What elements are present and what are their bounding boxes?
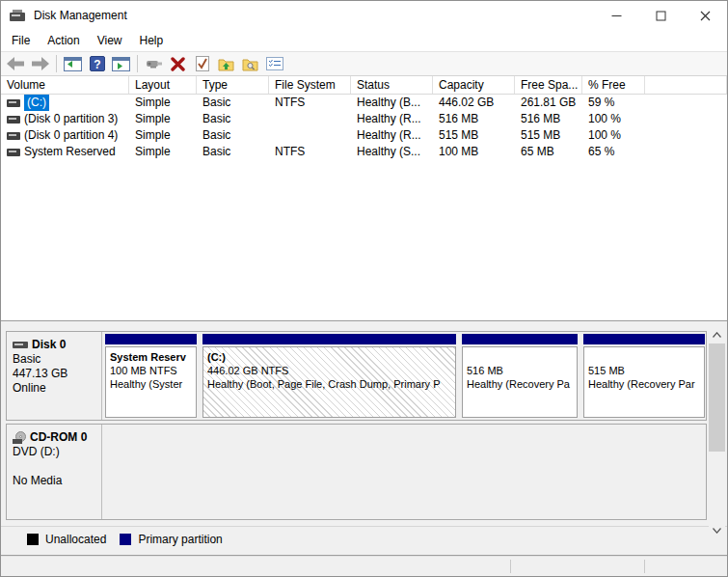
cell-type: Basic [197, 95, 269, 111]
partition-status: Healthy (Boot, Page File, Crash Dump, Pr… [207, 377, 451, 391]
toolbar-separator [137, 55, 138, 72]
scrollbar-thumb[interactable] [709, 343, 725, 452]
close-button[interactable] [683, 1, 727, 30]
cell-pct-free: 100 % [582, 111, 645, 127]
column-header-volume[interactable]: Volume [1, 76, 129, 94]
cell-file-system [269, 111, 351, 127]
cell-type: Basic [197, 144, 269, 160]
disk0-size: 447.13 GB [13, 367, 97, 381]
help-icon[interactable]: ? [86, 53, 108, 74]
cdrom-row: CD-ROM 0 DVD (D:) No Media [6, 424, 707, 520]
toolbar: ? [1, 51, 727, 76]
cell-layout: Simple [129, 127, 197, 144]
volume-name: (Disk 0 partition 4) [24, 127, 118, 144]
cell-layout: Simple [129, 144, 197, 160]
menu-bar: File Action View Help [1, 30, 727, 51]
disk0-partitions: System Reserv 100 MB NTFS Healthy (Syste… [102, 332, 706, 420]
cell-type: Basic [197, 127, 269, 144]
cell-status: Healthy (R... [351, 127, 433, 144]
minimize-button[interactable] [594, 1, 638, 30]
maximize-button[interactable] [638, 1, 683, 30]
svg-text:?: ? [94, 58, 100, 71]
show-action-pane-icon[interactable] [110, 53, 132, 74]
vertical-scrollbar[interactable] [709, 327, 725, 537]
volume-name: (Disk 0 partition 3) [24, 111, 118, 127]
partition-size: 446.02 GB NTFS [207, 364, 451, 377]
menu-help[interactable]: Help [131, 32, 173, 49]
cdrom-label-panel[interactable]: CD-ROM 0 DVD (D:) No Media [7, 425, 102, 519]
column-header-free-space[interactable]: Free Spa... [515, 76, 582, 94]
cdrom-drive-letter: DVD (D:) [13, 445, 97, 459]
partition-name: (C:) [207, 350, 451, 364]
volume-row-partition3[interactable]: (Disk 0 partition 3) Simple Basic Health… [1, 111, 727, 127]
legend-label: Primary partition [138, 533, 222, 546]
primary-partition-swatch [120, 534, 131, 545]
cell-free-space: 515 MB [515, 127, 582, 144]
partition-system-reserved[interactable]: System Reserv 100 MB NTFS Healthy (Syste… [105, 334, 197, 418]
disk-management-window: Disk Management File Action View Help [0, 0, 728, 577]
cell-pct-free: 100 % [582, 127, 645, 144]
cell-free-space: 65 MB [515, 144, 582, 160]
scroll-down-icon[interactable] [709, 523, 725, 537]
volume-icon [7, 148, 20, 157]
menu-action[interactable]: Action [39, 32, 88, 49]
column-header-type[interactable]: Type [197, 76, 269, 94]
column-header-empty [645, 76, 727, 94]
console-window-icon[interactable] [143, 53, 165, 74]
disk0-label-panel[interactable]: Disk 0 Basic 447.13 GB Online [7, 332, 102, 420]
disk0-name: Disk 0 [32, 338, 66, 352]
partition-size: 516 MB [467, 364, 573, 377]
legend-primary-partition: Primary partition [120, 533, 222, 546]
column-header-status[interactable]: Status [351, 76, 433, 94]
cell-free-space: 516 MB [515, 111, 582, 127]
legend-unallocated: Unallocated [27, 533, 106, 546]
partition-recovery-515[interactable]: 515 MB Healthy (Recovery Par [583, 334, 705, 418]
cell-file-system [269, 127, 351, 144]
volume-row-partition4[interactable]: (Disk 0 partition 4) Simple Basic Health… [1, 127, 727, 144]
partition-status: Healthy (Recovery Pa [467, 377, 573, 391]
cell-pct-free: 59 % [582, 95, 645, 111]
show-console-tree-icon[interactable] [62, 53, 84, 74]
properties-check-icon[interactable] [191, 53, 213, 74]
volume-list: Volume Layout Type File System Status Ca… [1, 76, 727, 320]
menu-view[interactable]: View [89, 32, 131, 49]
partition-c-selected[interactable]: (C:) 446.02 GB NTFS Healthy (Boot, Page … [202, 334, 456, 418]
cell-file-system: NTFS [269, 95, 351, 111]
cdrom-icon [13, 431, 27, 444]
column-header-capacity[interactable]: Capacity [433, 76, 515, 94]
cell-capacity: 446.02 GB [433, 95, 515, 111]
partition-recovery-516[interactable]: 516 MB Healthy (Recovery Pa [462, 334, 578, 418]
primary-partition-strip [462, 334, 578, 344]
partition-name [467, 350, 573, 364]
delete-volume-icon[interactable] [167, 53, 189, 74]
column-header-pct-free[interactable]: % Free [582, 76, 645, 94]
cell-layout: Simple [129, 95, 197, 111]
folder-explore-icon[interactable] [239, 53, 261, 74]
cell-layout: Simple [129, 111, 197, 127]
partition-name [588, 350, 700, 364]
volume-icon [7, 131, 20, 141]
disk-icon [13, 341, 29, 349]
primary-partition-strip [583, 334, 705, 344]
cell-status: Healthy (R... [351, 111, 433, 127]
disk-management-app-icon [10, 10, 26, 22]
column-header-file-system[interactable]: File System [269, 76, 351, 94]
partition-status: Healthy (Syster [110, 377, 192, 391]
folder-up-icon[interactable] [215, 53, 237, 74]
volume-row-c[interactable]: (C:) Simple Basic NTFS Healthy (B... 446… [1, 95, 727, 111]
partition-status: Healthy (Recovery Par [588, 377, 700, 391]
scroll-up-icon[interactable] [709, 327, 725, 342]
toolbar-separator [56, 55, 57, 72]
cell-capacity: 516 MB [433, 111, 515, 127]
cell-capacity: 515 MB [433, 127, 515, 144]
graphical-view-pane: Disk 0 Basic 447.13 GB Online System Res… [1, 324, 727, 556]
unallocated-swatch [27, 534, 39, 545]
volume-name: System Reserved [24, 144, 116, 160]
forward-icon[interactable] [29, 53, 51, 74]
details-list-icon[interactable] [263, 53, 285, 74]
back-icon[interactable] [5, 53, 27, 74]
column-header-layout[interactable]: Layout [129, 76, 197, 94]
cdrom-name: CD-ROM 0 [30, 430, 87, 445]
volume-row-system-reserved[interactable]: System Reserved Simple Basic NTFS Health… [1, 144, 727, 160]
menu-file[interactable]: File [3, 32, 39, 49]
